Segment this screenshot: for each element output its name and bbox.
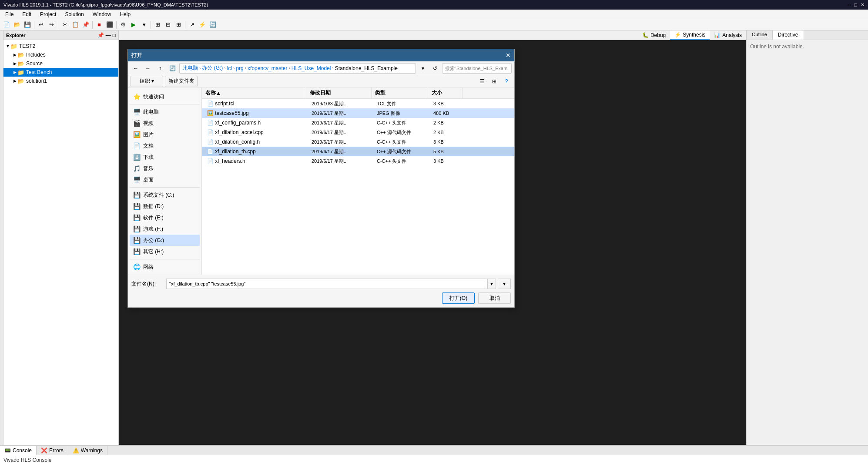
drive-h-label: 其它 (H:) (143, 248, 164, 256)
export-btn[interactable]: ↗ (187, 20, 197, 30)
nav-up-btn[interactable]: ↑ (155, 63, 165, 74)
col-header-size[interactable]: 大小 (428, 87, 463, 98)
run-dropdown[interactable]: ▾ (139, 20, 149, 30)
col-header-date[interactable]: 修改日期 (306, 87, 372, 98)
grid-btn[interactable]: ⊞ (174, 20, 183, 30)
synth-btn[interactable]: ⚡ (198, 20, 207, 30)
nav-drive-g[interactable]: 💾 办公 (G:) (130, 235, 200, 246)
file-row[interactable]: 📄 script.tcl 2019/10/3 星期... TCL 文件 3 KB (202, 99, 514, 108)
file-row[interactable]: 📄 xf_config_params.h 2019/6/17 星期... C-C… (202, 118, 514, 128)
nav-pictures[interactable]: 🖼️ 图片 (130, 129, 200, 140)
new-folder-btn[interactable]: 新建文件夹 (165, 76, 198, 87)
menu-help[interactable]: Help (116, 10, 134, 18)
nav-drive-e[interactable]: 💾 软件 (E:) (130, 212, 200, 223)
file-row[interactable]: 📄 xf_dilation_accel.cpp 2019/6/17 星期... … (202, 128, 514, 137)
tree-item-test2[interactable]: ▼ 📁 TEST2 (3, 42, 118, 50)
addr-prg[interactable]: prg (236, 65, 243, 71)
nav-downloads[interactable]: ⬇️ 下载 (130, 151, 200, 163)
filename-dropdown-btn[interactable]: ▾ (487, 279, 496, 289)
col-header-name[interactable]: 名称 ▲ (202, 87, 306, 98)
filename-input[interactable] (166, 279, 487, 289)
menu-file[interactable]: File (2, 10, 17, 18)
file-row[interactable]: 📄 xf_dilation_tb.cpp 2019/6/17 星期... C++… (202, 147, 514, 156)
settings-btn[interactable]: ⚙ (118, 20, 128, 30)
nav-refresh-btn[interactable]: 🔄 (167, 63, 178, 74)
paste-btn[interactable]: 📌 (81, 20, 90, 30)
nav-video[interactable]: 🎬 视频 (130, 118, 200, 129)
menu-window[interactable]: Window (89, 10, 115, 18)
tab-console[interactable]: 📟 Console (0, 446, 37, 455)
explorer-pin-icon[interactable]: 📌 (97, 32, 104, 38)
nav-desktop[interactable]: 🖥️ 桌面 (130, 174, 200, 185)
stop-btn[interactable]: ⬛ (105, 20, 114, 30)
maximize-btn[interactable]: □ (854, 2, 857, 8)
file-row[interactable]: 📄 xf_headers.h 2019/6/17 星期... C-C++ 头文件… (202, 156, 514, 166)
nav-drive-h[interactable]: 💾 其它 (H:) (130, 246, 200, 257)
redo-btn[interactable]: ↪ (47, 20, 56, 30)
view-list-btn[interactable]: ⊞ (489, 76, 499, 87)
window-controls[interactable]: ─ □ ✕ (848, 2, 865, 8)
tab-analysis[interactable]: 📊 Analysis (710, 30, 746, 40)
nav-music[interactable]: 🎵 音乐 (130, 163, 200, 174)
tab-debug[interactable]: 🐛 Debug (638, 30, 670, 40)
nav-back-btn[interactable]: ← (131, 63, 141, 74)
close-btn[interactable]: ✕ (861, 2, 865, 8)
build-btn[interactable]: ■ (94, 20, 104, 30)
zoom-btn[interactable]: ⊞ (153, 20, 162, 30)
search-input[interactable] (442, 63, 512, 74)
addr-standalone[interactable]: Standalone_HLS_Example (335, 65, 398, 71)
nav-refresh2-btn[interactable]: ↺ (430, 63, 440, 74)
new-btn[interactable]: 📄 (2, 20, 11, 30)
nav-docs[interactable]: 📄 文档 (130, 140, 200, 151)
open-btn[interactable]: 📂 (12, 20, 22, 30)
layout-btn[interactable]: ⊟ (163, 20, 173, 30)
menu-solution[interactable]: Solution (61, 10, 87, 18)
copy-btn[interactable]: 📋 (70, 20, 80, 30)
run-sim-btn[interactable]: ▶ (129, 20, 138, 30)
cancel-btn[interactable]: 取消 (478, 293, 511, 304)
tree-item-includes[interactable]: ▶ 📂 Includes (3, 50, 118, 59)
menu-bar: File Edit Project Solution Window Help (0, 10, 868, 19)
addr-xf[interactable]: xfopencv_master (248, 65, 287, 71)
tab-outline[interactable]: Outline (747, 30, 773, 40)
menu-project[interactable]: Project (37, 10, 60, 18)
nav-drive-f[interactable]: 💾 游戏 (F:) (130, 223, 200, 235)
cut-btn[interactable]: ✂ (60, 20, 70, 30)
addr-hls[interactable]: HLS_Use_Model (292, 65, 331, 71)
view-details-btn[interactable]: ☰ (477, 76, 487, 87)
minimize-btn[interactable]: ─ (848, 2, 851, 8)
col-header-type[interactable]: 类型 (372, 87, 428, 98)
view-help-btn[interactable]: ? (501, 76, 512, 87)
file-row[interactable]: 📄 xf_dilation_config.h 2019/6/17 星期... C… (202, 137, 514, 147)
nav-drive-c[interactable]: 💾 系统文件 (C:) (130, 189, 200, 201)
filetype-dropdown-btn[interactable]: ▾ (498, 279, 511, 289)
addr-pc[interactable]: 此电脑 (182, 64, 198, 72)
tree-item-testbench[interactable]: ▶ 📁 Test Bench (3, 68, 118, 77)
tab-warnings[interactable]: ⚠️ Warnings (68, 446, 107, 455)
undo-btn[interactable]: ↩ (36, 20, 46, 30)
addr-lcl[interactable]: lcl (227, 65, 232, 71)
explorer-minimize-icon[interactable]: — (106, 32, 111, 38)
nav-network[interactable]: 🌐 网络 (130, 261, 200, 272)
menu-edit[interactable]: Edit (19, 10, 35, 18)
file-row[interactable]: 🖼️ testcase55.jpg 2019/6/17 星期... JPEG 图… (202, 108, 514, 118)
address-bar[interactable]: 此电脑 › 办公 (G:) › lcl › prg › xfopencv_mas… (179, 63, 416, 74)
sep4 (116, 21, 117, 29)
refresh-btn[interactable]: 🔄 (208, 20, 218, 30)
nav-dropdown-btn[interactable]: ▾ (418, 63, 428, 74)
tab-errors[interactable]: ❌ Errors (37, 446, 68, 455)
nav-computer[interactable]: 🖥️ 此电脑 (130, 106, 200, 118)
tab-synthesis[interactable]: ⚡ Synthesis (670, 30, 710, 40)
nav-forward-btn[interactable]: → (143, 63, 153, 74)
tab-directive[interactable]: Directive (773, 30, 804, 40)
open-confirm-btn[interactable]: 打开(O) (442, 293, 475, 304)
tree-item-solution1[interactable]: ▶ 📂 solution1 (3, 77, 118, 85)
explorer-maximize-icon[interactable]: □ (113, 32, 116, 38)
save-btn[interactable]: 💾 (23, 20, 32, 30)
dialog-close-btn[interactable]: ✕ (506, 52, 511, 59)
nav-drive-d[interactable]: 💾 数据 (D:) (130, 201, 200, 212)
tree-item-source[interactable]: ▶ 📂 Source (3, 59, 118, 68)
organize-btn[interactable]: 组织 ▾ (131, 76, 163, 87)
addr-g[interactable]: 办公 (G:) (202, 64, 223, 72)
nav-quick-access[interactable]: ⭐ 快速访问 (130, 91, 200, 102)
